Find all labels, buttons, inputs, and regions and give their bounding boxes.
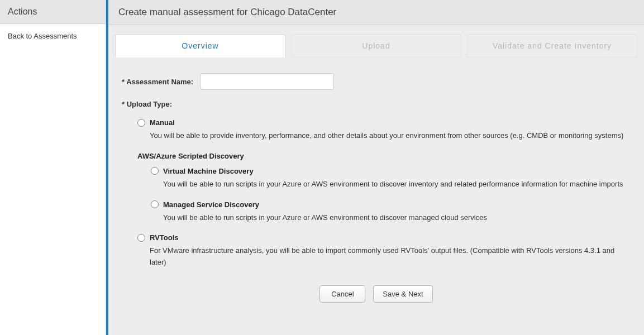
wizard-tabs: Overview Upload Validate and Create Inve… [115, 34, 637, 58]
tab-overview[interactable]: Overview [115, 34, 285, 58]
main-panel: Create manual assessment for Chicago Dat… [106, 0, 644, 335]
assessment-name-label: * Assessment Name: [122, 78, 200, 86]
button-row: Cancel Save & Next [122, 285, 631, 303]
tab-validate-create-inventory[interactable]: Validate and Create Inventory [467, 34, 637, 58]
scripted-discovery-title: AWS/Azure Scripted Discovery [137, 152, 631, 160]
option-manual: Manual You will be able to provide inven… [137, 118, 631, 142]
option-rvtools: RVTools For VMware infrastructure analys… [137, 233, 631, 269]
option-vm-discovery-desc: You will be able to run scripts in your … [151, 179, 631, 190]
option-rvtools-title: RVTools [150, 233, 179, 242]
scripted-discovery-group: AWS/Azure Scripted Discovery Virtual Mac… [137, 152, 631, 224]
option-managed-discovery-desc: You will be able to run scripts in your … [151, 212, 631, 224]
option-manual-desc: You will be able to provide inventory, p… [137, 130, 631, 142]
cancel-button[interactable]: Cancel [319, 285, 365, 303]
upload-type-label: * Upload Type: [122, 100, 631, 108]
back-to-assessments-link[interactable]: Back to Assessments [8, 32, 98, 40]
option-managed-discovery: Managed Service Discovery You will be ab… [151, 200, 631, 224]
save-next-button[interactable]: Save & Next [373, 285, 432, 303]
radio-manual[interactable] [137, 119, 145, 127]
page-title: Create manual assessment for Chicago Dat… [108, 0, 644, 25]
option-manual-title: Manual [150, 118, 175, 127]
option-vm-discovery-title: Virtual Machine Discovery [163, 167, 254, 175]
option-managed-discovery-title: Managed Service Discovery [163, 200, 259, 209]
sidebar: Actions Back to Assessments [0, 0, 106, 335]
option-rvtools-desc: For VMware infrastructure analysis, you … [137, 245, 631, 269]
sidebar-title: Actions [0, 0, 106, 24]
radio-rvtools[interactable] [137, 234, 145, 242]
tab-upload[interactable]: Upload [291, 34, 461, 58]
assessment-name-input[interactable] [200, 73, 334, 90]
option-vm-discovery: Virtual Machine Discovery You will be ab… [151, 167, 631, 190]
radio-vm-discovery[interactable] [151, 167, 159, 175]
radio-managed-discovery[interactable] [151, 200, 159, 208]
